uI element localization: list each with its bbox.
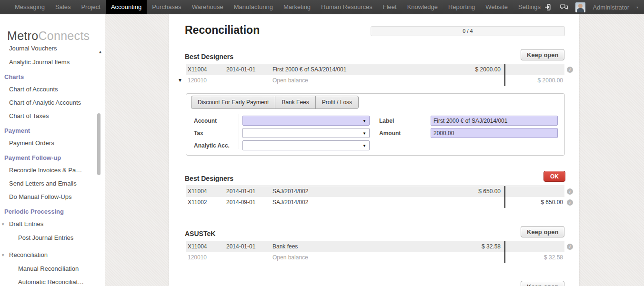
nav-item-warehouse[interactable]: Warehouse [187,0,229,14]
label-label: Label [379,117,394,125]
select-arrow-icon: ▼ [362,131,366,136]
nav-item-messaging[interactable]: Messaging [10,0,50,14]
nav-item-knowledge[interactable]: Knowledge [402,0,443,14]
sidebar-item-analytic-journal-items[interactable]: Analytic Journal Items [0,58,98,67]
messages-icon[interactable] [560,3,568,11]
row-label: SAJ/2014/002 [272,197,447,208]
row-date [226,75,272,86]
analytic-account-label: Analytic Acc. [194,141,230,150]
tax-select[interactable]: ▼ [242,128,370,138]
collapse-caret-icon[interactable]: ▾ [2,251,4,259]
nav-item-human-resources[interactable]: Human Resources [316,0,378,14]
sidebar-item-chart-of-accounts[interactable]: Chart of Accounts [0,85,98,94]
select-arrow-icon: ▼ [362,119,366,123]
partner-heading: ASUSTeK [185,230,215,237]
amount-input[interactable] [431,128,558,138]
tab-discount-early-payment[interactable]: Discount For Early Payment [191,96,275,109]
sidebar-item-label: Draft Entries [9,220,43,227]
tax-label: Tax [194,129,203,138]
account-select[interactable]: ▼ [242,116,370,126]
sidebar-item-chart-of-taxes[interactable]: Chart of Taxes [0,112,98,120]
sidebar-scroll-up-icon[interactable]: ▲ [98,49,102,54]
sidebar-header-payment: Payment [0,127,98,135]
label-input[interactable] [431,116,558,126]
nav-item-accounting[interactable]: Accounting [106,0,147,14]
move-lines-table: X11004 2014-01-01 First 2000 € of SAJ/20… [186,64,564,86]
nav-item-fleet[interactable]: Fleet [378,0,402,14]
nav-item-settings[interactable]: Settings [513,0,546,14]
move-lines-table: X11004 2014-01-01 SAJ/2014/002 $ 650.00 … [186,186,564,208]
row-credit: $ 650.00 [504,197,564,208]
sidebar-item-send-letters-emails[interactable]: Send Letters and Emails [0,179,98,188]
sidebar-item-automatic-reconciliation[interactable]: Automatic Reconciliat… [0,278,98,286]
row-label: Bank fees [272,241,447,252]
nav-item-manufacturing[interactable]: Manufacturing [229,0,278,14]
row-credit: $ 32.58 [504,252,564,263]
table-row[interactable]: X11004 2014-01-01 First 2000 € of SAJ/20… [186,64,564,75]
nav-item-purchases[interactable]: Purchases [147,0,186,14]
sidebar-header-periodic-processing: Periodic Processing [0,207,98,216]
table-row[interactable]: X11004 2014-01-01 SAJ/2014/002 $ 650.00 [186,186,564,197]
nav-item-project[interactable]: Project [76,0,105,14]
reconciliation-progress-bar: 0 / 4 [371,26,565,36]
user-avatar[interactable] [575,2,585,12]
logo-secondary: Connects [38,29,90,42]
info-icon[interactable]: i [567,188,573,195]
top-nav-menu: Messaging Sales Project Accounting Purch… [0,0,546,14]
nav-item-marketing[interactable]: Marketing [278,0,316,14]
logout-icon[interactable] [544,3,553,11]
amount-label: Amount [379,129,401,138]
sidebar-item-payment-orders[interactable]: Payment Orders [0,139,98,148]
logo-primary: Metro [7,29,38,42]
ok-button[interactable]: OK [543,171,565,182]
row-date: 2014-01-01 [226,241,272,252]
move-lines-table: X11004 2014-01-01 Bank fees $ 32.58 1200… [186,241,564,263]
sidebar-item-draft-entries[interactable]: ▾Draft Entries [0,220,98,228]
row-debit [447,75,504,86]
analytic-account-select[interactable]: ▼ [242,140,370,150]
table-row-open-balance[interactable]: 120010 Open balance $ 2000.00 [186,75,564,86]
app-logo[interactable]: MetroConnects [7,29,90,43]
table-row[interactable]: X11002 2014-09-01 SAJ/2014/002 $ 650.00 [186,197,564,208]
row-date [226,252,272,263]
sidebar-item-reconcile-invoices[interactable]: Reconcile Invoices & Pa… [0,166,98,175]
info-icon[interactable]: i [567,199,573,206]
tab-bank-fees[interactable]: Bank Fees [275,96,315,109]
row-ref: 120010 [186,252,226,263]
row-credit [504,64,564,75]
sidebar-header-charts: Charts [0,73,98,81]
sidebar-item-post-journal-entries[interactable]: Post Journal Entries [0,234,98,242]
row-ref: X11004 [186,186,226,197]
user-menu[interactable]: Administrator [593,4,629,11]
row-expander-icon[interactable]: ▼ [178,78,182,83]
info-icon[interactable]: i [567,67,573,73]
nav-item-website[interactable]: Website [480,0,513,14]
select-arrow-icon: ▼ [362,144,366,148]
nav-item-reporting[interactable]: Reporting [443,0,480,14]
table-row[interactable]: X11004 2014-01-01 Bank fees $ 32.58 [186,241,564,252]
user-menu-caret-icon[interactable]: ▾ [636,5,638,10]
sidebar-item-chart-of-analytic-accounts[interactable]: Chart of Analytic Accounts [0,99,98,107]
info-icon[interactable]: i [567,244,573,250]
table-row-open-balance[interactable]: 120010 Open balance $ 32.58 [186,252,564,263]
row-credit [504,241,564,252]
sidebar-header-payment-follow-up: Payment Follow-up [0,154,98,162]
row-date: 2014-01-01 [226,186,272,197]
keep-open-button-partial[interactable]: Keep open [521,281,564,286]
row-date: 2014-01-01 [226,64,272,75]
row-debit [447,197,504,208]
page-title: Reconciliation [185,24,260,37]
sidebar-item-reconciliation[interactable]: ▾Reconciliation [0,251,98,259]
sidebar-scrollbar[interactable] [97,113,101,175]
sidebar-item-manual-reconciliation[interactable]: Manual Reconciliation [0,265,98,273]
keep-open-button[interactable]: Keep open [521,226,564,237]
avatar-head-shape [578,4,583,8]
keep-open-button[interactable]: Keep open [521,49,564,60]
nav-item-sales[interactable]: Sales [50,0,76,14]
row-ref: X11004 [186,64,226,75]
logo-block: MetroConnects [0,14,105,46]
collapse-caret-icon[interactable]: ▾ [2,220,4,228]
sidebar-item-do-manual-follow-ups[interactable]: Do Manual Follow-Ups [0,193,98,201]
tab-profit-loss[interactable]: Profit / Loss [315,96,359,109]
row-date: 2014-09-01 [226,197,272,208]
